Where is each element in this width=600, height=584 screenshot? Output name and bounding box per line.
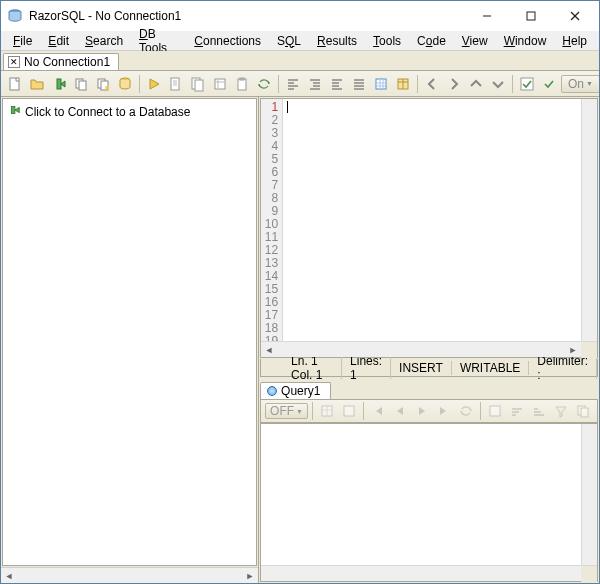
editor-vscrollbar[interactable] [581, 99, 597, 341]
next-record-icon[interactable] [412, 401, 432, 421]
menu-tools[interactable]: Tools [365, 32, 409, 50]
outdent-icon[interactable] [327, 74, 347, 94]
edit-row-icon[interactable] [485, 401, 505, 421]
query-tab-icon [267, 386, 277, 396]
menu-file[interactable]: File [5, 32, 40, 50]
svg-rect-2 [527, 12, 535, 20]
last-record-icon[interactable] [434, 401, 454, 421]
sort-desc-icon[interactable] [529, 401, 549, 421]
svg-rect-25 [490, 406, 500, 416]
results-vscrollbar[interactable] [581, 424, 597, 565]
menu-search[interactable]: Search [77, 32, 131, 50]
window-title: RazorSQL - No Connection1 [29, 9, 465, 23]
editor-status-bar: Ln. 1 Col. 1 Lines: 1 INSERT WRITABLE De… [260, 359, 598, 377]
menu-window[interactable]: Window [496, 32, 555, 50]
svg-rect-27 [581, 408, 588, 417]
sql-editor: 123456789101112131415161718192021 ◄► [260, 98, 598, 358]
align-left-icon[interactable] [283, 74, 303, 94]
connection-tab-label: No Connection1 [24, 55, 110, 69]
db-tree-hscrollbar[interactable]: ◄► [1, 567, 258, 583]
menu-bar: File Edit Search DB Tools Connections SQ… [1, 31, 599, 51]
arrow-right-icon[interactable] [444, 74, 464, 94]
copy-icon[interactable] [71, 74, 91, 94]
title-bar: RazorSQL - No Connection1 [1, 1, 599, 31]
maximize-button[interactable] [509, 2, 553, 30]
indent-icon[interactable] [305, 74, 325, 94]
connection-tabs: ✕ No Connection1 [1, 51, 599, 71]
caret [287, 101, 288, 113]
menu-view[interactable]: View [454, 32, 496, 50]
sort-asc-icon[interactable] [507, 401, 527, 421]
svg-rect-21 [521, 78, 533, 90]
arrow-down-icon[interactable] [488, 74, 508, 94]
filter-icon[interactable] [551, 401, 571, 421]
editor-hscrollbar[interactable]: ◄► [261, 341, 597, 357]
minimize-button[interactable] [465, 2, 509, 30]
arrow-up-icon[interactable] [466, 74, 486, 94]
to-clipboard-icon[interactable] [232, 74, 252, 94]
grid-icon[interactable] [371, 74, 391, 94]
svg-point-11 [105, 86, 109, 90]
svg-rect-19 [376, 79, 386, 89]
open-folder-icon[interactable] [27, 74, 47, 94]
db-icon[interactable] [115, 74, 135, 94]
svg-rect-5 [10, 78, 19, 90]
new-file-icon[interactable] [5, 74, 25, 94]
db-tree[interactable]: Click to Connect to a Database [2, 98, 257, 566]
execute-doc-icon[interactable] [166, 74, 186, 94]
status-writable: WRITABLE [452, 361, 529, 375]
menu-code[interactable]: Code [409, 32, 454, 50]
copy-cell-icon[interactable] [573, 401, 593, 421]
menu-connections[interactable]: Connections [186, 32, 269, 50]
menu-sql[interactable]: SQL [269, 32, 309, 50]
arrow-left-icon[interactable] [422, 74, 442, 94]
main-toolbar: On▼ [1, 71, 599, 97]
table-view-icon[interactable] [393, 74, 413, 94]
svg-rect-13 [171, 78, 179, 90]
svg-rect-18 [240, 78, 244, 80]
autocommit-toggle[interactable]: On▼ [561, 75, 599, 93]
execute-script-icon[interactable] [188, 74, 208, 94]
prev-record-icon[interactable] [390, 401, 410, 421]
result-grid-icon[interactable] [317, 401, 337, 421]
results-hscrollbar[interactable] [261, 565, 597, 581]
refresh-results-icon[interactable] [456, 401, 476, 421]
execute-icon[interactable] [144, 74, 164, 94]
svg-rect-15 [195, 80, 203, 91]
status-mode: INSERT [391, 361, 452, 375]
connect-link[interactable]: Click to Connect to a Database [25, 105, 190, 119]
line-number-gutter: 123456789101112131415161718192021 [261, 99, 283, 341]
query-tabs: Query1 [260, 379, 598, 399]
check-db-icon[interactable] [539, 74, 559, 94]
svg-rect-24 [344, 406, 354, 416]
recycle-icon[interactable] [254, 74, 274, 94]
first-record-icon[interactable] [368, 401, 388, 421]
format-icon[interactable] [349, 74, 369, 94]
filter-toggle[interactable]: OFF▼ [265, 403, 308, 419]
main-area: Click to Connect to a Database ◄► 123456… [1, 97, 599, 583]
sql-editor-text[interactable] [283, 99, 597, 341]
app-icon [7, 8, 23, 24]
svg-rect-17 [238, 79, 246, 90]
menu-edit[interactable]: Edit [40, 32, 77, 50]
query-tab-query1[interactable]: Query1 [260, 382, 331, 399]
connect-arrow-icon [7, 103, 21, 120]
svg-rect-8 [79, 81, 86, 90]
check-icon[interactable] [517, 74, 537, 94]
svg-rect-16 [215, 79, 225, 89]
menu-help[interactable]: Help [554, 32, 595, 50]
copy-result-icon[interactable] [210, 74, 230, 94]
editor-results-panel: 123456789101112131415161718192021 ◄► Ln.… [259, 97, 599, 583]
db-browser-panel: Click to Connect to a Database ◄► [1, 97, 259, 583]
connection-tab-noconnection1[interactable]: ✕ No Connection1 [3, 53, 119, 70]
query-tab-label: Query1 [281, 384, 320, 398]
results-toolbar: OFF▼ [260, 399, 598, 423]
close-button[interactable] [553, 2, 597, 30]
result-export-icon[interactable] [339, 401, 359, 421]
status-lines: Lines: 1 [342, 354, 391, 382]
results-panel[interactable] [260, 423, 598, 582]
menu-results[interactable]: Results [309, 32, 365, 50]
connect-icon[interactable] [49, 74, 69, 94]
copy-sql-icon[interactable] [93, 74, 113, 94]
close-tab-icon[interactable]: ✕ [8, 56, 20, 68]
